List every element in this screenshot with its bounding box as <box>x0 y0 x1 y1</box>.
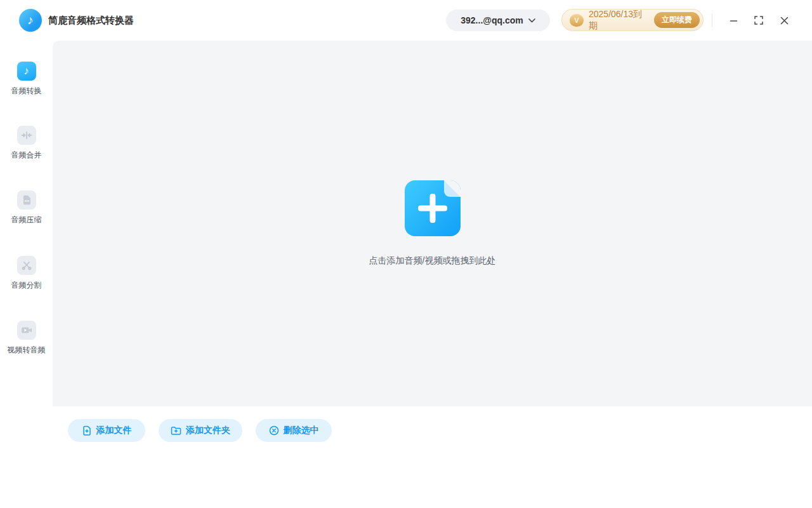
maximize-icon <box>754 16 763 25</box>
music-note-icon: ♪ <box>17 62 36 81</box>
sidebar-item-label: 音频压缩 <box>0 215 53 225</box>
app-logo-icon: ♪ <box>19 9 42 32</box>
titlebar: ♪ 简鹿音频格式转换器 392...@qq.com V 2025/06/13到期… <box>0 0 812 41</box>
audio-file-icon <box>17 190 36 210</box>
app-title: 简鹿音频格式转换器 <box>48 0 134 41</box>
account-dropdown[interactable]: 392...@qq.com <box>446 10 550 31</box>
folded-corner <box>444 180 461 197</box>
chevron-down-icon <box>528 18 535 23</box>
sidebar-item-label: 音频合并 <box>0 150 53 161</box>
renew-button[interactable]: 立即续费 <box>654 12 700 28</box>
minimize-icon <box>730 17 738 25</box>
add-file-button[interactable]: 添加文件 <box>68 419 145 442</box>
plus-bar <box>429 194 435 223</box>
maximize-button[interactable] <box>749 0 769 41</box>
dropzone-hint: 点击添加音频/视频或拖拽到此处 <box>369 255 496 267</box>
vip-expiry-text: 2025/06/13到期 <box>589 9 649 32</box>
sidebar-item-audio-split[interactable]: 音频分割 <box>0 256 53 291</box>
add-folder-button[interactable]: 添加文件夹 <box>159 419 242 442</box>
file-plus-icon <box>82 425 92 436</box>
sidebar-item-video-to-audio[interactable]: 视频转音频 <box>0 321 53 356</box>
folder-plus-icon <box>171 425 181 436</box>
close-icon <box>780 17 789 25</box>
add-file-label: 添加文件 <box>96 425 132 436</box>
close-button[interactable] <box>774 0 794 41</box>
sidebar-item-label: 视频转音频 <box>0 345 53 356</box>
delete-selected-label: 删除选中 <box>284 425 319 436</box>
bottom-panel: 添加文件 添加文件夹 删除选中 格式 MP3 ▼ <box>0 406 812 508</box>
add-folder-label: 添加文件夹 <box>186 425 230 436</box>
titlebar-divider <box>712 14 712 27</box>
sidebar-item-audio-merge[interactable]: 音频合并 <box>0 126 53 161</box>
delete-selected-button[interactable]: 删除选中 <box>256 419 332 442</box>
dropzone[interactable]: 点击添加音频/视频或拖拽到此处 <box>53 41 812 406</box>
sidebar-item-audio-convert[interactable]: ♪ 音频转换 <box>0 62 53 97</box>
app-window: ♪ 简鹿音频格式转换器 392...@qq.com V 2025/06/13到期… <box>0 0 812 508</box>
sidebar-item-label: 音频转换 <box>0 86 53 97</box>
scissors-icon <box>17 256 36 275</box>
add-file-plus-icon[interactable] <box>405 180 461 236</box>
vip-status-badge: V 2025/06/13到期 立即续费 <box>561 9 704 31</box>
video-camera-icon <box>17 321 36 340</box>
account-email: 392...@qq.com <box>461 15 523 25</box>
minimize-button[interactable] <box>723 0 743 41</box>
delete-circle-icon <box>269 425 279 436</box>
sidebar-item-label: 音频分割 <box>0 280 53 291</box>
merge-arrows-icon <box>17 126 36 145</box>
sidebar-item-audio-compress[interactable]: 音频压缩 <box>0 190 53 225</box>
vip-v-icon: V <box>570 14 584 27</box>
